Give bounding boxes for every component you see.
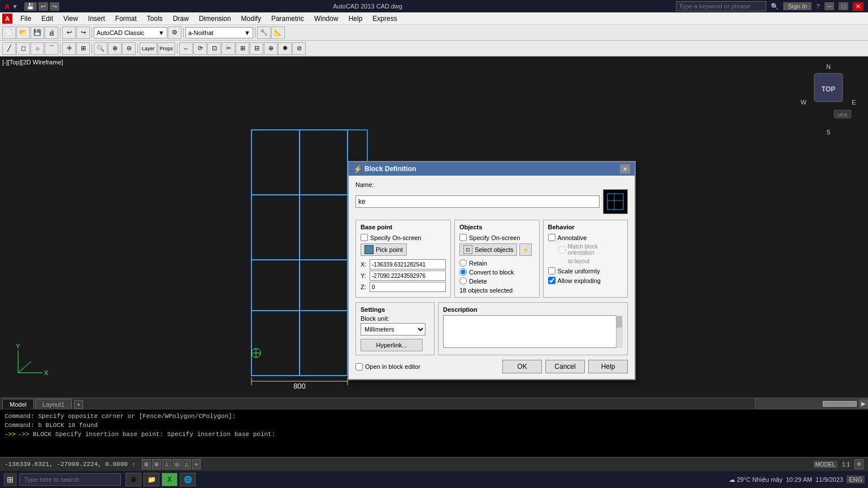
grid-btn[interactable]: ⊞ — [76, 42, 90, 55]
tab-model[interactable]: Model — [2, 399, 34, 409]
menu-modify[interactable]: Modify — [237, 14, 266, 24]
nav-cube[interactable]: N S E W TOP UCS — [800, 62, 857, 136]
menu-file[interactable]: File — [16, 14, 36, 24]
menu-edit[interactable]: Edit — [37, 14, 58, 24]
tab-layout1[interactable]: Layout1 — [35, 399, 72, 409]
print-btn[interactable]: 🖨 — [45, 27, 58, 39]
view-btn-2[interactable]: ⊕ — [108, 42, 121, 55]
ok-btn[interactable]: OK — [502, 360, 542, 373]
z-input[interactable] — [370, 282, 446, 292]
start-btn[interactable]: ⊞ — [3, 473, 17, 486]
search-input[interactable] — [676, 1, 766, 11]
delete-radio[interactable] — [459, 277, 467, 285]
allow-exploding-checkbox[interactable] — [548, 277, 555, 284]
scale-uniformly-checkbox[interactable] — [548, 267, 555, 274]
restore-btn[interactable]: □ — [839, 2, 848, 10]
properties-btn[interactable]: Props — [158, 42, 176, 55]
name-input[interactable] — [355, 195, 600, 208]
add-layout-btn[interactable]: + — [74, 400, 83, 409]
y-input[interactable] — [370, 271, 446, 281]
retain-radio[interactable] — [459, 259, 467, 267]
new-btn[interactable]: 📄 — [2, 27, 16, 39]
otrack-toggle[interactable]: ∞ — [192, 459, 200, 469]
taskbar-app-4[interactable]: 🌐 — [180, 473, 196, 486]
osnap-toggle[interactable]: △ — [183, 459, 191, 469]
draw-btn-3[interactable]: ○ — [31, 42, 44, 55]
modify-btn-4[interactable]: ✂ — [222, 42, 235, 55]
menu-window[interactable]: Window — [310, 14, 343, 24]
hscroll-right-btn[interactable]: ▶ — [859, 399, 868, 408]
undo-tb-btn[interactable]: ↩ — [62, 27, 76, 39]
quick-save-btn[interactable]: 💾 — [24, 2, 37, 11]
modify-btn-8[interactable]: ✱ — [278, 42, 292, 55]
quick-select-btn[interactable]: ⚡ — [519, 243, 532, 256]
menu-parametric[interactable]: Parametric — [267, 14, 309, 24]
menu-insert[interactable]: Insert — [84, 14, 110, 24]
menu-format[interactable]: Format — [111, 14, 141, 24]
info-icon[interactable]: ? — [816, 3, 819, 10]
hyperlink-btn[interactable]: Hyperlink... — [361, 339, 423, 351]
description-scrollbar[interactable] — [616, 315, 623, 348]
menu-help[interactable]: Help — [344, 14, 367, 24]
svg-text:N: N — [826, 63, 831, 70]
modify-btn-9[interactable]: ⊘ — [292, 42, 306, 55]
menu-tools[interactable]: Tools — [142, 14, 167, 24]
snap-toggle[interactable]: ⊞ — [142, 459, 151, 469]
tb-btn-1[interactable]: 🔧 — [257, 27, 271, 39]
open-in-block-editor-checkbox[interactable] — [355, 363, 363, 371]
open-btn[interactable]: 📂 — [16, 27, 30, 39]
window-title: AutoCAD 2013 CAD.dwg — [59, 3, 676, 10]
taskbar-search[interactable] — [19, 473, 121, 486]
modify-btn-5[interactable]: ⊞ — [236, 42, 249, 55]
draw-btn-2[interactable]: ◻ — [16, 42, 30, 55]
snap-btn[interactable]: ✛ — [62, 42, 76, 55]
sign-in-btn[interactable]: Sign In — [783, 2, 811, 10]
tb-btn-2[interactable]: 📐 — [271, 27, 285, 39]
settings-btn[interactable]: ⚙ — [854, 459, 863, 469]
block-unit-select[interactable]: Millimeters — [361, 323, 426, 336]
workspace-settings-btn[interactable]: ⚙ — [168, 27, 181, 39]
redo-btn[interactable]: ↪ — [50, 2, 59, 11]
undo-btn[interactable]: ↩ — [38, 2, 48, 11]
menu-view[interactable]: View — [59, 14, 83, 24]
select-objects-btn[interactable]: ⊡ Select objects — [459, 243, 517, 256]
menu-express[interactable]: Express — [368, 14, 401, 24]
view-btn-1[interactable]: 🔍 — [94, 42, 107, 55]
modify-btn-7[interactable]: ⊕ — [264, 42, 277, 55]
close-btn[interactable]: ✕ — [853, 2, 863, 11]
pick-point-btn[interactable]: Pick point — [361, 243, 407, 256]
taskbar-app-3[interactable]: X — [162, 473, 177, 486]
menu-draw[interactable]: Draw — [168, 14, 193, 24]
modify-btn-1[interactable]: ↔ — [179, 42, 193, 55]
taskbar-app-1[interactable]: 🖥 — [125, 473, 141, 486]
save-btn[interactable]: 💾 — [31, 27, 44, 39]
view-btn-3[interactable]: ⊖ — [122, 42, 136, 55]
redo-tb-btn[interactable]: ↪ — [76, 27, 90, 39]
polar-toggle[interactable]: ◎ — [172, 459, 181, 469]
taskbar-app-2[interactable]: 📁 — [144, 473, 159, 486]
modify-btn-3[interactable]: ⊡ — [207, 42, 221, 55]
minimize-btn[interactable]: ─ — [824, 2, 835, 10]
specify-on-screen-checkbox-obj[interactable] — [459, 234, 467, 241]
x-input[interactable] — [370, 259, 446, 269]
layer-prop-btn[interactable]: Layer — [140, 42, 157, 55]
layer-dropdown[interactable]: a-Noithat ▼ — [185, 27, 253, 38]
modify-btn-6[interactable]: ⊟ — [250, 42, 263, 55]
match-block-checkbox[interactable] — [558, 246, 566, 254]
ortho-toggle[interactable]: ⊥ — [162, 459, 171, 469]
draw-btn-4[interactable]: ⌒ — [45, 42, 58, 55]
grid-toggle[interactable]: ⊞ — [152, 459, 161, 469]
dialog-close-btn[interactable]: ✕ — [620, 164, 630, 173]
hscroll-thumb[interactable] — [823, 401, 857, 407]
annotative-checkbox[interactable] — [548, 234, 555, 241]
workspace-dropdown[interactable]: AutoCAD Classic ▼ — [94, 27, 167, 38]
cancel-btn[interactable]: Cancel — [545, 360, 585, 373]
description-textarea[interactable] — [443, 315, 623, 348]
draw-btn-1[interactable]: ╱ — [2, 42, 16, 55]
convert-to-block-radio[interactable] — [459, 268, 467, 276]
help-btn[interactable]: Help — [588, 360, 628, 373]
menu-dimension[interactable]: Dimension — [194, 14, 236, 24]
specify-on-screen-checkbox-bp[interactable] — [361, 234, 368, 241]
hscroll-bar[interactable]: ▶ — [755, 398, 868, 409]
modify-btn-2[interactable]: ⟳ — [193, 42, 207, 55]
